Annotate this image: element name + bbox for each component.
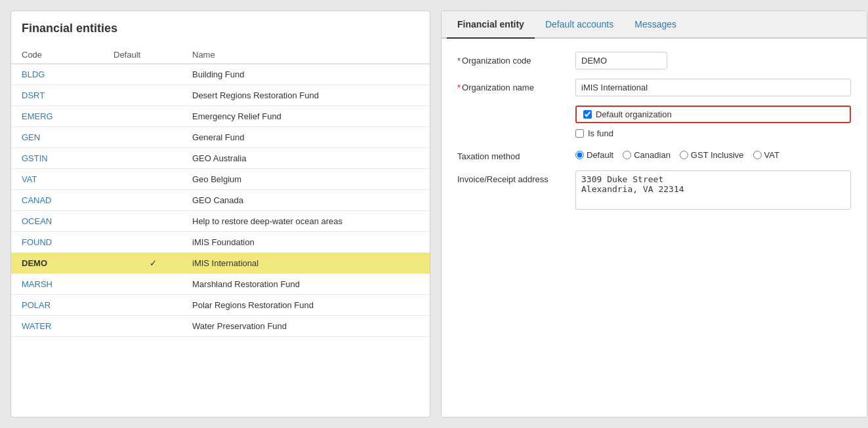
invoice-label: Invoice/Receipt address [457,170,575,184]
row-code: POLAR [22,300,114,310]
row-code: WATER [22,321,114,331]
tabs-bar: Financial entityDefault accountsMessages [442,11,867,39]
row-code: FOUND [22,237,114,247]
row-code: CANAD [22,195,114,205]
row-name: Help to restore deep-water ocean areas [192,216,419,226]
org-code-row: *Organization code [457,52,851,69]
table-row[interactable]: DSRT Desert Regions Restoration Fund [11,85,430,106]
table-body: BLDG Building Fund DSRT Desert Regions R… [11,64,430,337]
invoice-row: Invoice/Receipt address [457,170,851,210]
is-fund-checkbox[interactable] [575,129,584,138]
financial-entities-panel: Financial entities Code Default Name BLD… [10,10,430,418]
row-name: Emergency Relief Fund [192,111,419,121]
org-code-input[interactable] [575,52,667,69]
required-marker: * [457,56,461,66]
table-row[interactable]: OCEAN Help to restore deep-water ocean a… [11,211,430,232]
detail-panel: Financial entityDefault accountsMessages… [441,10,867,418]
row-code: GEN [22,132,114,142]
row-name: Water Preservation Fund [192,321,419,331]
taxation-radio-group: DefaultCanadianGST InclusiveVAT [575,147,779,160]
row-code: GSTIN [22,153,114,163]
table-row[interactable]: POLAR Polar Regions Restoration Fund [11,295,430,316]
required-marker-2: * [457,83,461,92]
table-row[interactable]: MARSH Marshland Restoration Fund [11,274,430,295]
entities-table: Code Default Name BLDG Building Fund DSR… [11,46,430,337]
radio-canadian[interactable]: Canadian [623,150,671,160]
radio-vat[interactable]: VAT [753,150,779,160]
radio-gst-inclusive[interactable]: GST Inclusive [680,150,744,160]
row-name: GEO Canada [192,195,419,205]
is-fund-row: Is fund [575,128,851,138]
table-row[interactable]: WATER Water Preservation Fund [11,316,430,337]
table-row[interactable]: GEN General Fund [11,127,430,148]
row-code: EMERG [22,111,114,121]
row-name: Desert Regions Restoration Fund [192,90,419,100]
table-row[interactable]: GSTIN GEO Australia [11,148,430,169]
row-code: DEMO [22,258,114,268]
row-code: VAT [22,174,114,184]
row-name: iMIS Foundation [192,237,419,247]
row-code: DSRT [22,90,114,100]
org-name-row: *Organization name [457,79,851,96]
tab-messages[interactable]: Messages [624,11,687,39]
default-org-label: Default organization [596,109,672,119]
row-name: Geo Belgium [192,174,419,184]
table-row[interactable]: FOUND iMIS Foundation [11,232,430,253]
invoice-address-input[interactable] [575,170,851,210]
table-row[interactable]: VAT Geo Belgium [11,169,430,190]
row-name: Building Fund [192,69,419,79]
col-name: Name [192,50,419,60]
taxation-label: Taxation method [457,147,575,161]
table-row[interactable]: EMERG Emergency Relief Fund [11,106,430,127]
taxation-row: Taxation method DefaultCanadianGST Inclu… [457,147,851,161]
table-row[interactable]: BLDG Building Fund [11,64,430,85]
radio-default[interactable]: Default [575,150,613,160]
row-name: General Fund [192,132,419,142]
is-fund-label: Is fund [588,128,613,138]
row-code: MARSH [22,279,114,289]
row-default: ✓ [114,258,192,268]
row-code: BLDG [22,69,114,79]
row-code: OCEAN [22,216,114,226]
table-header: Code Default Name [11,46,430,64]
form-body: *Organization code *Organization name De… [442,39,867,417]
default-org-checkbox-group: Default organization [575,106,851,123]
col-code: Code [22,50,114,60]
row-name: iMIS International [192,258,419,268]
default-org-checkbox[interactable] [583,110,592,119]
row-name: Polar Regions Restoration Fund [192,300,419,310]
org-name-input[interactable] [575,79,851,96]
row-name: Marshland Restoration Fund [192,279,419,289]
table-row[interactable]: CANAD GEO Canada [11,190,430,211]
tab-default-accounts[interactable]: Default accounts [535,11,624,39]
row-name: GEO Australia [192,153,419,163]
panel-title: Financial entities [11,22,430,46]
org-name-label: *Organization name [457,79,575,92]
table-row[interactable]: DEMO ✓ iMIS International [11,253,430,274]
col-default: Default [114,50,192,60]
tabs-container: Financial entityDefault accountsMessages [447,11,687,37]
tab-financial-entity[interactable]: Financial entity [447,11,535,39]
org-code-label: *Organization code [457,52,575,66]
